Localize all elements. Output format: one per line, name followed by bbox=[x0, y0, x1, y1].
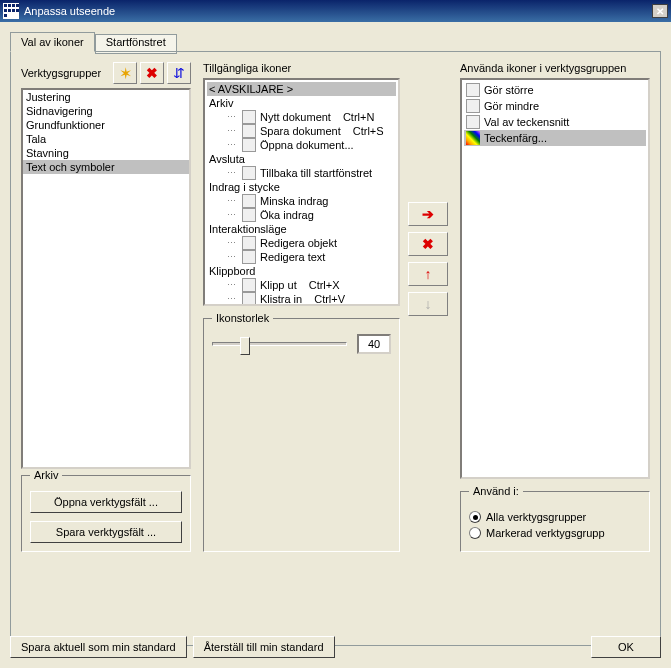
item-label: Klistra in bbox=[260, 293, 302, 305]
save-toolbar-button[interactable]: Spara verktygsfält ... bbox=[30, 521, 182, 543]
groups-label: Verktygsgrupper bbox=[21, 67, 110, 79]
iconsize-legend: Ikonstorlek bbox=[212, 312, 273, 324]
available-label: Tillgängliga ikoner bbox=[203, 62, 400, 74]
used-label: Använda ikoner i verktygsgruppen bbox=[460, 62, 650, 74]
item-label: Gör mindre bbox=[484, 100, 539, 112]
tree-item[interactable]: ⋯Spara dokumentCtrl+S bbox=[207, 124, 396, 138]
tree-item[interactable]: ⋯Tillbaka till startfönstret bbox=[207, 166, 396, 180]
add-button[interactable]: ➔ bbox=[408, 202, 448, 226]
save-default-button[interactable]: Spara aktuell som min standard bbox=[10, 636, 187, 658]
sort-group-button[interactable]: ⇵ bbox=[167, 62, 191, 84]
used-item[interactable]: Gör större bbox=[464, 82, 646, 98]
app-icon bbox=[3, 3, 19, 19]
group-item[interactable]: Text och symboler bbox=[23, 160, 189, 174]
item-shortcut: Ctrl+V bbox=[314, 293, 345, 305]
item-label: Minska indrag bbox=[260, 195, 328, 207]
item-icon bbox=[466, 131, 480, 145]
item-icon bbox=[242, 138, 256, 152]
window-title: Anpassa utseende bbox=[24, 5, 115, 17]
tree-item[interactable]: ⋯Klistra inCtrl+V bbox=[207, 292, 396, 306]
item-shortcut: Ctrl+S bbox=[353, 125, 384, 137]
tree-item[interactable]: ⋯Nytt dokumentCtrl+N bbox=[207, 110, 396, 124]
item-label: Öppna dokument... bbox=[260, 139, 354, 151]
remove-button[interactable]: ✖ bbox=[408, 232, 448, 256]
item-label: Teckenfärg... bbox=[484, 132, 547, 144]
tree-category[interactable]: Arkiv bbox=[207, 96, 396, 110]
tree-item[interactable]: ⋯Öka indrag bbox=[207, 208, 396, 222]
item-label: Nytt dokument bbox=[260, 111, 331, 123]
item-label: Gör större bbox=[484, 84, 534, 96]
radio-marked[interactable] bbox=[469, 527, 481, 539]
item-icon bbox=[242, 110, 256, 124]
tree-category[interactable]: Interaktionsläge bbox=[207, 222, 396, 236]
item-icon bbox=[242, 208, 256, 222]
tree-separator-header[interactable]: < AVSKILJARE > bbox=[207, 82, 396, 96]
archive-legend: Arkiv bbox=[30, 469, 62, 481]
iconsize-value: 40 bbox=[357, 334, 391, 354]
delete-group-button[interactable]: ✖ bbox=[140, 62, 164, 84]
delete-icon: ✖ bbox=[146, 65, 158, 81]
item-shortcut: Ctrl+N bbox=[343, 111, 374, 123]
group-item[interactable]: Tala bbox=[23, 132, 189, 146]
restore-default-button[interactable]: Återställ till min standard bbox=[193, 636, 335, 658]
item-label: Öka indrag bbox=[260, 209, 314, 221]
used-listbox[interactable]: Gör störreGör mindreVal av teckensnittTe… bbox=[460, 78, 650, 479]
used-item[interactable]: Teckenfärg... bbox=[464, 130, 646, 146]
tree-category[interactable]: Avsluta bbox=[207, 152, 396, 166]
item-icon bbox=[242, 194, 256, 208]
new-group-button[interactable]: ✶ bbox=[113, 62, 137, 84]
group-item[interactable]: Sidnavigering bbox=[23, 104, 189, 118]
item-icon bbox=[242, 166, 256, 180]
available-tree[interactable]: < AVSKILJARE >Arkiv⋯Nytt dokumentCtrl+N⋯… bbox=[203, 78, 400, 306]
group-item[interactable]: Grundfunktioner bbox=[23, 118, 189, 132]
item-label: Spara dokument bbox=[260, 125, 341, 137]
used-item[interactable]: Gör mindre bbox=[464, 98, 646, 114]
tree-item[interactable]: ⋯Redigera text bbox=[207, 250, 396, 264]
item-label: Klipp ut bbox=[260, 279, 297, 291]
item-icon bbox=[466, 83, 480, 97]
open-toolbar-button[interactable]: Öppna verktygsfält ... bbox=[30, 491, 182, 513]
move-up-button[interactable]: ↑ bbox=[408, 262, 448, 286]
tree-item[interactable]: ⋯Redigera objekt bbox=[207, 236, 396, 250]
usein-legend: Använd i: bbox=[469, 485, 523, 497]
close-button[interactable]: ✕ bbox=[652, 4, 668, 18]
item-label: Val av teckensnitt bbox=[484, 116, 569, 128]
item-icon bbox=[466, 99, 480, 113]
radio-all-label: Alla verktygsgrupper bbox=[486, 511, 586, 523]
tree-item[interactable]: ⋯Öppna dokument... bbox=[207, 138, 396, 152]
item-label: Tillbaka till startfönstret bbox=[260, 167, 372, 179]
tree-category[interactable]: Indrag i stycke bbox=[207, 180, 396, 194]
used-item[interactable]: Val av teckensnitt bbox=[464, 114, 646, 130]
group-item[interactable]: Justering bbox=[23, 90, 189, 104]
tree-item[interactable]: ⋯Minska indrag bbox=[207, 194, 396, 208]
sort-icon: ⇵ bbox=[173, 65, 185, 81]
item-icon bbox=[242, 236, 256, 250]
slider-thumb[interactable] bbox=[240, 337, 250, 355]
tree-category[interactable]: Klippbord bbox=[207, 264, 396, 278]
ok-button[interactable]: OK bbox=[591, 636, 661, 658]
radio-all-row[interactable]: Alla verktygsgrupper bbox=[469, 511, 641, 523]
item-icon bbox=[242, 124, 256, 138]
item-icon bbox=[242, 250, 256, 264]
group-item[interactable]: Stavning bbox=[23, 146, 189, 160]
item-icon bbox=[466, 115, 480, 129]
radio-marked-row[interactable]: Markerad verktygsgrupp bbox=[469, 527, 641, 539]
item-icon bbox=[242, 292, 256, 306]
item-icon bbox=[242, 278, 256, 292]
star-icon: ✶ bbox=[119, 64, 132, 83]
move-down-button: ↓ bbox=[408, 292, 448, 316]
radio-all[interactable] bbox=[469, 511, 481, 523]
iconsize-slider[interactable] bbox=[212, 342, 347, 346]
tree-item[interactable]: ⋯Klipp utCtrl+X bbox=[207, 278, 396, 292]
radio-marked-label: Markerad verktygsgrupp bbox=[486, 527, 605, 539]
groups-listbox[interactable]: JusteringSidnavigeringGrundfunktionerTal… bbox=[21, 88, 191, 469]
item-label: Redigera text bbox=[260, 251, 325, 263]
tab-icons[interactable]: Val av ikoner bbox=[10, 32, 95, 52]
item-shortcut: Ctrl+X bbox=[309, 279, 340, 291]
item-label: Redigera objekt bbox=[260, 237, 337, 249]
